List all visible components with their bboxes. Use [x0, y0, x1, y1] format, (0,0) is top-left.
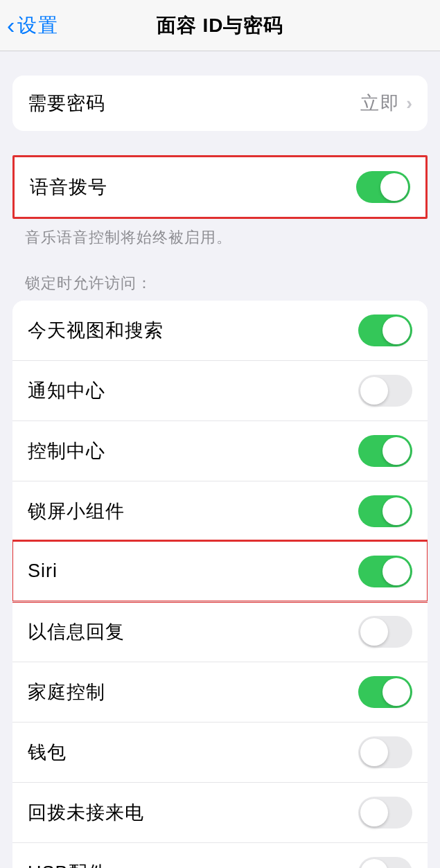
lock-access-label: 回拨未接来电: [28, 800, 144, 825]
row-right: 立即 ›: [360, 91, 412, 116]
toggle-knob: [382, 558, 410, 585]
lock-access-row: 家庭控制: [12, 662, 428, 722]
lock-access-label: USB配件: [28, 860, 107, 868]
lock-access-row: 回拨未接来电: [12, 782, 428, 842]
toggle-knob: [360, 377, 388, 405]
toggle-knob: [360, 799, 388, 826]
lock-access-section: 今天视图和搜索通知中心控制中心锁屏小组件Siri以信息回复家庭控制钱包回拨未接来…: [12, 301, 428, 868]
lock-access-toggle[interactable]: [358, 556, 412, 587]
toggle-knob: [380, 173, 408, 201]
lock-access-row: 今天视图和搜索: [12, 301, 428, 360]
lock-access-label: 钱包: [28, 740, 67, 765]
lock-access-row: 控制中心: [12, 420, 428, 481]
lock-access-row: USB配件: [12, 842, 428, 868]
require-passcode-value: 立即: [360, 91, 401, 116]
lock-access-label: Siri: [28, 560, 58, 582]
lock-access-label: 今天视图和搜索: [28, 318, 164, 343]
voice-dial-label: 语音拨号: [30, 175, 107, 200]
back-label: 设置: [17, 12, 59, 39]
require-passcode-row[interactable]: 需要密码 立即 ›: [12, 76, 428, 131]
toggle-knob: [382, 678, 410, 706]
lock-access-label: 以信息回复: [28, 619, 125, 644]
voice-dial-section: 语音拨号: [12, 155, 428, 219]
passcode-section: 需要密码 立即 ›: [12, 76, 428, 131]
chevron-right-icon: ›: [406, 93, 412, 114]
toggle-knob: [360, 618, 388, 646]
lock-access-label: 家庭控制: [28, 680, 105, 705]
lock-access-toggle[interactable]: [358, 676, 412, 708]
lock-access-label: 锁屏小组件: [28, 499, 125, 524]
navigation-header: ‹ 设置 面容 ID与密码: [0, 0, 440, 51]
back-button[interactable]: ‹ 设置: [7, 12, 59, 39]
require-passcode-label: 需要密码: [28, 91, 105, 116]
toggle-knob: [382, 497, 410, 525]
lock-access-toggle[interactable]: [358, 616, 412, 648]
lock-access-row: 通知中心: [12, 360, 428, 420]
toggle-knob: [382, 317, 410, 344]
voice-dial-footer: 音乐语音控制将始终被启用。: [0, 219, 440, 249]
lock-access-row: 钱包: [12, 722, 428, 782]
toggle-knob: [382, 437, 410, 465]
toggle-knob: [360, 738, 388, 766]
lock-access-toggle[interactable]: [358, 736, 412, 768]
lock-access-toggle[interactable]: [358, 495, 412, 527]
lock-access-toggle[interactable]: [358, 857, 412, 868]
lock-access-toggle[interactable]: [358, 435, 412, 467]
lock-access-toggle[interactable]: [358, 797, 412, 829]
voice-dial-toggle[interactable]: [356, 171, 410, 203]
toggle-knob: [360, 859, 388, 868]
voice-dial-row: 语音拨号: [15, 157, 425, 217]
content-area: 需要密码 立即 › 语音拨号 音乐语音控制将始终被启用。 锁定时允许访问： 今天…: [0, 76, 440, 868]
lock-access-row: 锁屏小组件: [12, 481, 428, 541]
page-title: 面容 ID与密码: [0, 12, 440, 39]
chevron-left-icon: ‹: [7, 12, 15, 39]
lock-access-label: 通知中心: [28, 378, 105, 403]
lock-access-row: Siri: [12, 541, 428, 601]
lock-access-row: 以信息回复: [12, 601, 428, 662]
lock-access-toggle[interactable]: [358, 315, 412, 346]
lock-access-label: 控制中心: [28, 439, 105, 463]
lock-access-header: 锁定时允许访问：: [0, 273, 440, 301]
lock-access-toggle[interactable]: [358, 375, 412, 407]
